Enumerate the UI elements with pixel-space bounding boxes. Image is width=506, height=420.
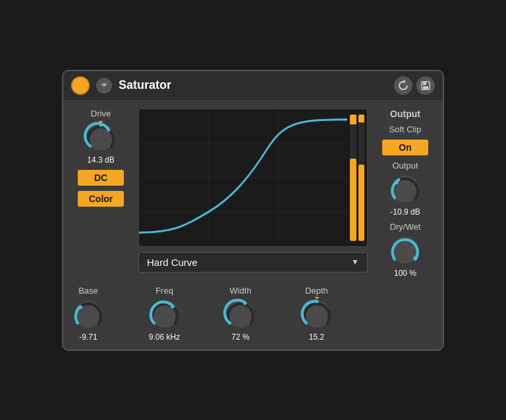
- curve-dropdown-label: Hard Curve: [147, 257, 198, 268]
- output-label: Output: [376, 109, 435, 119]
- depth-section: Depth 15.2: [300, 286, 334, 342]
- width-value: 72 %: [231, 332, 249, 342]
- drywet-knob-section: Dry/Wet 100 %: [388, 222, 422, 278]
- waveform-visualizer: [138, 109, 368, 247]
- dropdown-icon[interactable]: [96, 78, 112, 93]
- depth-value: 15.2: [309, 332, 324, 342]
- right-panel: Output Soft Clip On Output -10.9 dB: [376, 109, 435, 278]
- output-knob[interactable]: [388, 172, 422, 206]
- drywet-value: 100 %: [394, 269, 416, 278]
- depth-label: Depth: [305, 286, 328, 296]
- plugin-title: Saturator: [119, 78, 387, 92]
- color-button[interactable]: Color: [78, 191, 124, 207]
- curve-dropdown-arrow: ▼: [351, 257, 359, 267]
- soft-clip-button[interactable]: On: [382, 140, 428, 155]
- power-button[interactable]: [71, 76, 90, 95]
- bottom-row: Base -9.71 Freq: [63, 286, 443, 350]
- main-content: Drive 14.3 dB: [63, 101, 443, 286]
- base-section: Base -9.71: [71, 286, 105, 342]
- drive-section: Drive 14.3 dB: [84, 109, 118, 165]
- drive-knob[interactable]: [84, 120, 118, 154]
- svg-point-17: [79, 305, 82, 309]
- refresh-button[interactable]: [394, 76, 412, 95]
- freq-knob[interactable]: [148, 297, 182, 331]
- vu-meter-left: [350, 115, 356, 241]
- vu-meter-right: [358, 115, 365, 241]
- output-knob-label: Output: [392, 161, 418, 171]
- curve-dropdown-section: Hard Curve ▼: [138, 252, 368, 273]
- svg-point-21: [243, 301, 246, 304]
- depth-knob[interactable]: [300, 297, 334, 331]
- vu-meters: [350, 115, 364, 241]
- left-panel: Drive 14.3 dB: [71, 109, 130, 278]
- base-knob[interactable]: [71, 297, 105, 331]
- width-knob[interactable]: [223, 297, 258, 331]
- drywet-knob[interactable]: [388, 233, 422, 267]
- svg-point-13: [395, 180, 398, 184]
- freq-value: 9.06 kHz: [149, 332, 180, 342]
- save-button[interactable]: [416, 76, 435, 95]
- freq-section: Freq 9.06 kHz: [148, 286, 182, 342]
- output-knob-section: Output -10.9 dB: [388, 161, 422, 217]
- drywet-label: Dry/Wet: [390, 222, 421, 232]
- drive-label: Drive: [91, 109, 111, 118]
- center-panel: Hard Curve ▼: [138, 109, 368, 278]
- freq-label: Freq: [155, 286, 173, 296]
- dc-button[interactable]: DC: [78, 170, 124, 186]
- title-bar: Saturator: [63, 71, 443, 101]
- base-value: -9.71: [79, 332, 97, 342]
- soft-clip-label: Soft Clip: [376, 124, 435, 134]
- svg-rect-2: [423, 82, 426, 85]
- width-section: Width 72 %: [223, 286, 258, 342]
- svg-point-15: [413, 256, 416, 259]
- svg-rect-3: [423, 86, 428, 89]
- svg-point-19: [171, 305, 174, 308]
- base-label: Base: [78, 286, 98, 296]
- curve-dropdown[interactable]: Hard Curve ▼: [138, 252, 368, 273]
- svg-point-5: [99, 123, 102, 126]
- plugin-window: Saturator Drive: [62, 70, 444, 351]
- drive-value: 14.3 dB: [87, 155, 114, 165]
- svg-point-23: [315, 300, 318, 303]
- width-label: Width: [229, 286, 251, 296]
- output-knob-value: -10.9 dB: [390, 207, 420, 217]
- svg-marker-0: [101, 84, 107, 87]
- svg-marker-24: [314, 297, 319, 299]
- title-icons: [394, 76, 435, 95]
